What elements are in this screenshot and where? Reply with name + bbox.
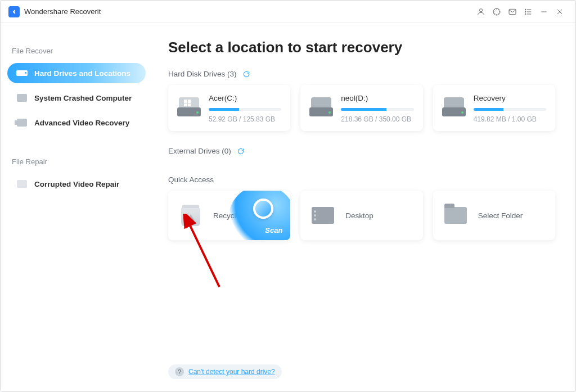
hdd-section-label: Hard Disk Drives (3) xyxy=(168,70,237,78)
desktop-icon xyxy=(310,204,335,227)
monitor-icon xyxy=(16,93,28,102)
app-title: Wondershare Recoverit xyxy=(24,7,101,16)
qa-card-select-folder[interactable]: Select Folder xyxy=(433,191,555,240)
menu-icon[interactable] xyxy=(520,4,536,20)
page-title: Select a location to start recovery xyxy=(168,39,555,56)
sidebar: File Recover Hard Drives and Locations S… xyxy=(1,23,152,391)
qa-label: Desktop xyxy=(345,211,374,220)
minimize-button[interactable] xyxy=(536,4,552,20)
refresh-icon[interactable] xyxy=(242,70,250,78)
sidebar-item-label: Hard Drives and Locations xyxy=(34,69,130,78)
video-icon xyxy=(16,118,28,127)
usage-bar xyxy=(474,108,546,111)
drive-size: 218.36 GB / 350.00 GB xyxy=(341,115,413,123)
svg-point-7 xyxy=(525,13,526,15)
svg-point-0 xyxy=(479,8,482,11)
usage-bar xyxy=(209,108,281,111)
drive-card-recovery[interactable]: Recovery 419.82 MB / 1.00 GB xyxy=(433,85,555,131)
recycle-bin-icon xyxy=(178,204,203,227)
drive-name: Acer(C:) xyxy=(209,94,281,102)
drive-name: Recovery xyxy=(474,94,546,102)
account-icon[interactable] xyxy=(473,4,489,20)
folder-icon xyxy=(443,204,468,227)
sidebar-item-system-crashed[interactable]: System Crashed Computer xyxy=(7,88,146,108)
app-logo xyxy=(8,6,20,17)
external-section-label: External Drives (0) xyxy=(168,147,231,155)
drive-size: 52.92 GB / 125.83 GB xyxy=(209,115,281,123)
help-link-text[interactable]: Can't detect your hard drive? xyxy=(188,368,275,376)
sidebar-section-recover: File Recover xyxy=(12,47,141,55)
usage-bar xyxy=(341,108,413,111)
quick-access-label: Quick Access xyxy=(168,175,214,184)
refresh-icon[interactable] xyxy=(237,147,245,155)
support-icon[interactable] xyxy=(489,4,505,20)
repair-icon xyxy=(16,179,28,188)
footer: ? Can't detect your hard drive? xyxy=(168,357,555,385)
hdd-section-header: Hard Disk Drives (3) xyxy=(168,70,555,78)
sidebar-section-repair: File Repair xyxy=(12,157,141,166)
close-button[interactable] xyxy=(552,4,568,20)
sidebar-item-hard-drives[interactable]: Hard Drives and Locations xyxy=(7,63,146,83)
sidebar-item-label: Corrupted Video Repair xyxy=(34,180,119,188)
feedback-icon[interactable] xyxy=(505,4,520,20)
sidebar-item-label: System Crashed Computer xyxy=(34,94,132,102)
svg-rect-2 xyxy=(509,9,516,14)
help-link[interactable]: ? Can't detect your hard drive? xyxy=(168,364,282,379)
qa-card-recycle-bin[interactable]: Recycle Bin Scan xyxy=(168,191,290,240)
drive-icon xyxy=(177,97,201,116)
sidebar-item-corrupted-video[interactable]: Corrupted Video Repair xyxy=(7,174,146,194)
drive-icon xyxy=(16,69,28,78)
qa-label: Select Folder xyxy=(478,211,523,220)
titlebar: Wondershare Recoverit xyxy=(1,1,575,23)
drive-name: neol(D:) xyxy=(341,94,413,102)
drive-card-d[interactable]: neol(D:) 218.36 GB / 350.00 GB xyxy=(300,85,422,131)
svg-point-3 xyxy=(525,9,526,10)
quick-access-cards: Recycle Bin Scan Desktop Select Folder xyxy=(168,191,555,240)
qa-card-desktop[interactable]: Desktop xyxy=(300,191,422,240)
app-window: Wondershare Recoverit File Recover Hard … xyxy=(0,0,576,392)
scan-label: Scan xyxy=(265,226,282,235)
quick-access-header: Quick Access xyxy=(168,175,555,184)
drive-cards: Acer(C:) 52.92 GB / 125.83 GB neol(D:) 2… xyxy=(168,85,555,131)
drive-icon xyxy=(309,97,333,116)
main-panel: Select a location to start recovery Hard… xyxy=(152,23,575,391)
sidebar-item-label: Advanced Video Recovery xyxy=(34,119,129,127)
drive-size: 419.82 MB / 1.00 GB xyxy=(474,115,546,123)
drive-icon xyxy=(442,97,466,116)
external-section-header: External Drives (0) xyxy=(168,147,555,155)
question-icon: ? xyxy=(175,367,184,376)
sidebar-item-advanced-video[interactable]: Advanced Video Recovery xyxy=(7,112,146,133)
drive-card-c[interactable]: Acer(C:) 52.92 GB / 125.83 GB xyxy=(168,85,290,131)
svg-point-5 xyxy=(525,11,526,12)
